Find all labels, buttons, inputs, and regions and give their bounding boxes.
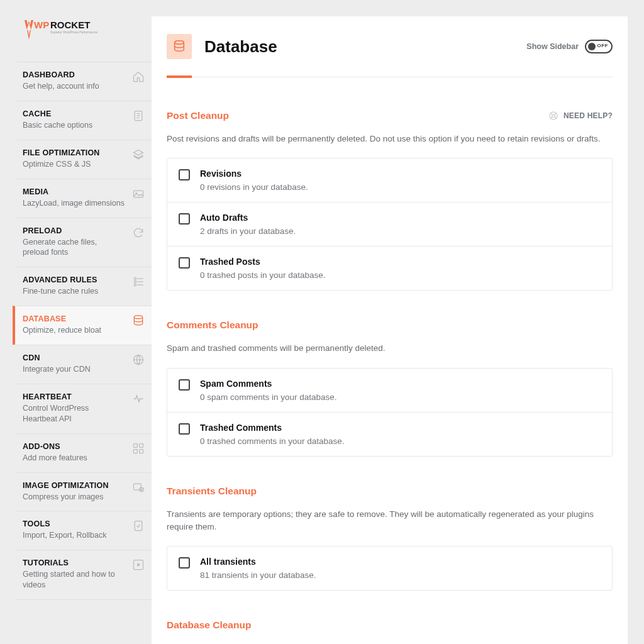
section-comments-cleanup: Comments CleanupSpam and trashed comment… [167,319,613,456]
sidebar-item-tutorials[interactable]: TUTORIALSGetting started and how to vide… [16,550,152,600]
media-icon [131,187,145,201]
section-transients-cleanup: Transients CleanupTransients are tempora… [167,486,613,591]
sidebar: WP ROCKET Superior WordPress Performance… [16,16,152,644]
sidebar-item-cdn[interactable]: CDNIntegrate your CDN [16,345,152,384]
svg-text:ROCKET: ROCKET [50,19,90,30]
section-post-cleanup: Post CleanupNEED HELP?Post revisions and… [167,110,613,291]
svg-point-3 [175,41,184,45]
show-sidebar-toggle[interactable]: OFF [585,40,613,53]
nav-sub: Optimize, reduce bloat [23,325,125,336]
section-title: Comments Cleanup [167,319,613,331]
sidebar-item-file-optimization[interactable]: FILE OPTIMIZATIONOptimize CSS & JS [16,140,152,179]
database-icon [131,314,145,328]
need-help-link[interactable]: NEED HELP? [548,111,613,121]
option-sub: 81 transients in your database. [200,570,316,580]
section-desc: Spam and trashed comments will be perman… [167,342,613,355]
sidebar-item-heartbeat[interactable]: HEARTBEATControl WordPress Heartbeat API [16,384,152,433]
toggle-off-label: OFF [597,43,609,48]
section-title: Post Cleanup [167,110,548,121]
tools-icon [131,519,145,533]
sidebar-item-cache[interactable]: CACHEBasic cache options [16,101,152,140]
nav-title: FILE OPTIMIZATION [23,148,125,157]
sidebar-item-database[interactable]: DATABASEOptimize, reduce bloat [13,306,152,345]
nav-sub: Fine-tune cache rules [23,286,125,297]
stack-icon [131,148,145,162]
nav-title: DATABASE [23,314,125,323]
checkbox-trashed-comments[interactable] [179,423,190,435]
section-database-cleanup: Database CleanupReduces overhead of data… [167,619,613,644]
file-icon [131,109,145,123]
nav-sub: Generate cache files, preload fonts [23,237,125,258]
option-sub: 0 trashed posts in your database. [200,270,326,280]
option-sub: 0 trashed comments in your database. [200,436,345,446]
addons-icon [131,441,145,455]
help-label: NEED HELP? [564,111,613,120]
sidebar-item-advanced-rules[interactable]: ADVANCED RULESFine-tune cache rules [16,267,152,306]
header-divider [167,77,613,77]
show-sidebar-label: Show Sidebar [526,42,579,51]
checkbox-revisions[interactable] [179,169,190,180]
section-head: Comments Cleanup [167,319,613,331]
help-icon [548,111,558,121]
nav-title: TUTORIALS [23,558,125,567]
nav-title: PRELOAD [23,226,125,235]
imgopt-icon [131,480,145,494]
section-head: Post CleanupNEED HELP? [167,110,613,121]
section-desc: Transients are temporary options; they a… [167,508,613,534]
checkbox-trashed-posts[interactable] [179,257,190,269]
section-title: Database Cleanup [167,619,613,631]
checkbox-all-transients[interactable] [179,557,190,569]
option-sub: 0 revisions in your database. [200,182,308,192]
nav-sub: Compress your images [23,492,125,502]
nav-sub: Basic cache options [23,120,125,131]
sidebar-item-media[interactable]: MEDIALazyLoad, image dimensions [16,179,152,218]
sidebar-item-add-ons[interactable]: ADD-ONSAdd more features [16,433,152,472]
sidebar-item-dashboard[interactable]: DASHBOARDGet help, account info [16,62,152,101]
nav-title: CACHE [23,109,125,118]
globe-icon [131,353,145,367]
option-group: Revisions0 revisions in your database.Au… [167,158,613,291]
nav-title: CDN [23,353,125,362]
option-spam-comments: Spam Comments0 spam comments in your dat… [167,369,612,412]
nav-sub: Control WordPress Heartbeat API [23,403,125,425]
nav-sub: Import, Export, Rollback [23,530,125,541]
section-desc: Post revisions and drafts will be perman… [167,133,613,145]
heartbeat-icon [131,392,145,406]
option-title: Spam Comments [200,379,337,389]
checkbox-spam-comments[interactable] [179,379,190,391]
section-head: Transients Cleanup [167,486,613,497]
database-icon [167,34,192,59]
nav-title: ADVANCED RULES [23,275,125,284]
nav-sub: Getting started and how to videos [23,569,125,591]
refresh-icon [131,226,145,240]
option-group: All transients81 transients in your data… [167,546,613,591]
sidebar-item-preload[interactable]: PRELOADGenerate cache files, preload fon… [16,218,152,267]
main: Database Show Sidebar OFF Post CleanupNE… [152,16,628,644]
wp-rocket-logo: WP ROCKET Superior WordPress Performance [23,19,130,42]
nav-title: IMAGE OPTIMIZATION [23,481,125,490]
nav-sub: Optimize CSS & JS [23,159,125,170]
option-trashed-comments: Trashed Comments0 trashed comments in yo… [167,412,612,456]
nav-sub: Get help, account info [23,81,125,92]
option-sub: 2 drafts in your database. [200,226,296,236]
option-title: Revisions [200,169,308,179]
svg-text:Superior WordPress Performance: Superior WordPress Performance [50,30,97,34]
checkbox-auto-drafts[interactable] [179,213,190,225]
section-head: Database Cleanup [167,619,613,631]
nav-title: ADD-ONS [23,442,125,451]
sidebar-item-image-optimization[interactable]: IMAGE OPTIMIZATIONCompress your images [16,472,152,511]
nav-title: TOOLS [23,519,125,528]
option-title: Trashed Posts [200,257,326,267]
option-group: Spam Comments0 spam comments in your dat… [167,368,613,457]
sidebar-item-tools[interactable]: TOOLSImport, Export, Rollback [16,511,152,550]
nav-title: HEARTBEAT [23,392,125,401]
option-title: Auto Drafts [200,213,296,223]
svg-text:WP: WP [34,19,49,30]
sliders-icon [131,275,145,289]
sections-container: Post CleanupNEED HELP?Post revisions and… [167,110,613,644]
nav-title: MEDIA [23,187,125,196]
play-icon [131,558,145,572]
page-header: Database Show Sidebar OFF [167,34,613,59]
app-root: WP ROCKET Superior WordPress Performance… [0,0,644,644]
logo: WP ROCKET Superior WordPress Performance [16,16,152,62]
